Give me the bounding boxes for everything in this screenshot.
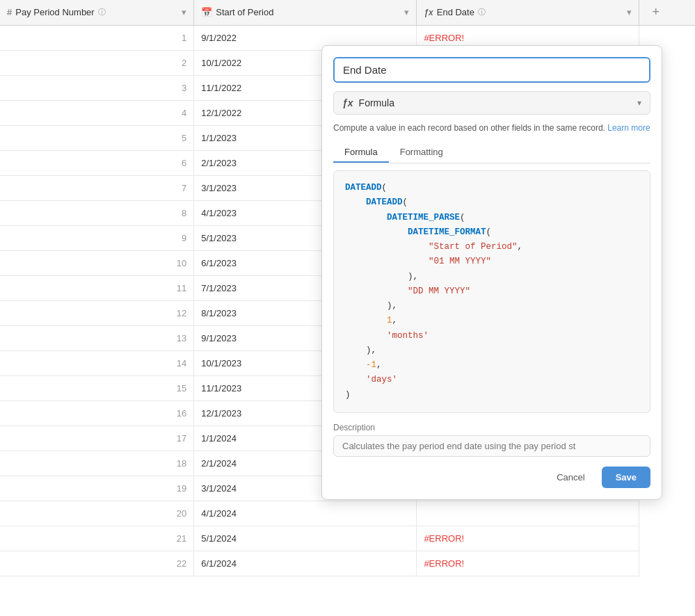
add-column-button[interactable]: + <box>646 5 665 19</box>
description-section: Description <box>333 423 650 467</box>
panel-footer: Cancel Save <box>333 467 650 488</box>
formula-type-label: Formula <box>359 97 637 108</box>
table-header-row: # Pay Period Number ⓘ ▾ 📅 Start of Perio… <box>0 0 695 25</box>
formula-description: Compute a value in each record based on … <box>333 122 650 134</box>
cell-row-number: 6 <box>0 150 194 175</box>
col-header-pay-period[interactable]: # Pay Period Number ⓘ ▾ <box>0 0 194 25</box>
learn-more-link[interactable]: Learn more <box>607 123 650 133</box>
calendar-icon: 📅 <box>201 7 212 17</box>
cell-row-number: 14 <box>0 350 194 375</box>
cell-end-date: #ERROR! <box>417 551 639 576</box>
cell-start-date: 5/1/2024 <box>194 526 417 551</box>
cell-start-date: 4/1/2024 <box>194 501 417 526</box>
cell-row-number: 11 <box>0 275 194 300</box>
cell-row-number: 15 <box>0 375 194 400</box>
cell-row-number: 13 <box>0 325 194 350</box>
hash-icon: # <box>7 7 12 17</box>
formula-type-dropdown[interactable]: ƒx Formula ▾ <box>333 91 650 115</box>
cell-row-number: 5 <box>0 125 194 150</box>
info-icon-pay-period: ⓘ <box>98 7 106 17</box>
panel-tabs: Formula Formatting <box>333 143 650 163</box>
cell-row-number: 10 <box>0 250 194 275</box>
cell-row-number: 8 <box>0 200 194 225</box>
arrow-icon-start: ▾ <box>404 7 409 17</box>
formula-editor[interactable]: DATEADD( DATEADD( DATETIME_PARSE( DATETI… <box>333 170 650 413</box>
cell-row-number: 7 <box>0 175 194 200</box>
chevron-down-icon: ▾ <box>637 98 641 108</box>
col-header-start-of-period[interactable]: 📅 Start of Period ▾ <box>194 0 417 25</box>
description-label: Description <box>333 423 650 432</box>
cell-row-number: 2 <box>0 50 194 75</box>
field-name-input[interactable] <box>333 57 650 83</box>
col-header-end-date[interactable]: ƒx End Date ⓘ ▾ <box>417 0 639 25</box>
table-row: 204/1/2024 <box>0 501 695 526</box>
cancel-button[interactable]: Cancel <box>547 467 594 487</box>
cell-row-number: 9 <box>0 225 194 250</box>
info-icon-end: ⓘ <box>478 7 486 17</box>
table-row: 215/1/2024#ERROR! <box>0 526 695 551</box>
cell-row-number: 22 <box>0 551 194 576</box>
cell-row-number: 1 <box>0 25 194 50</box>
col-label-pay-period: Pay Period Number <box>15 7 94 17</box>
fx-icon-header: ƒx <box>424 8 433 17</box>
cell-row-number: 3 <box>0 75 194 100</box>
cell-start-date: 6/1/2024 <box>194 551 417 576</box>
fx-icon-selector: ƒx <box>342 97 353 108</box>
cell-row-number: 19 <box>0 476 194 501</box>
cell-row-number: 12 <box>0 300 194 325</box>
description-input[interactable] <box>333 435 650 457</box>
tab-formula[interactable]: Formula <box>333 143 389 163</box>
col-label-start-of-period: Start of Period <box>216 7 273 17</box>
tab-formatting[interactable]: Formatting <box>389 143 454 163</box>
arrow-icon-end: ▾ <box>627 7 632 17</box>
cell-end-date <box>417 501 639 526</box>
cell-row-number: 17 <box>0 425 194 451</box>
table-row: 226/1/2024#ERROR! <box>0 551 695 576</box>
cell-row-number: 18 <box>0 451 194 476</box>
formula-panel: ƒx Formula ▾ Compute a value in each rec… <box>321 45 662 500</box>
cell-row-number: 16 <box>0 400 194 425</box>
arrow-icon-pay-period: ▾ <box>182 7 186 17</box>
save-button[interactable]: Save <box>602 467 650 488</box>
col-label-end-date: End Date <box>437 7 474 17</box>
col-header-add[interactable]: + <box>639 0 695 25</box>
cell-end-date: #ERROR! <box>417 526 639 551</box>
description-text-span: Compute a value in each record based on … <box>333 123 605 133</box>
cell-row-number: 21 <box>0 526 194 551</box>
cell-row-number: 4 <box>0 100 194 125</box>
cell-row-number: 20 <box>0 501 194 526</box>
